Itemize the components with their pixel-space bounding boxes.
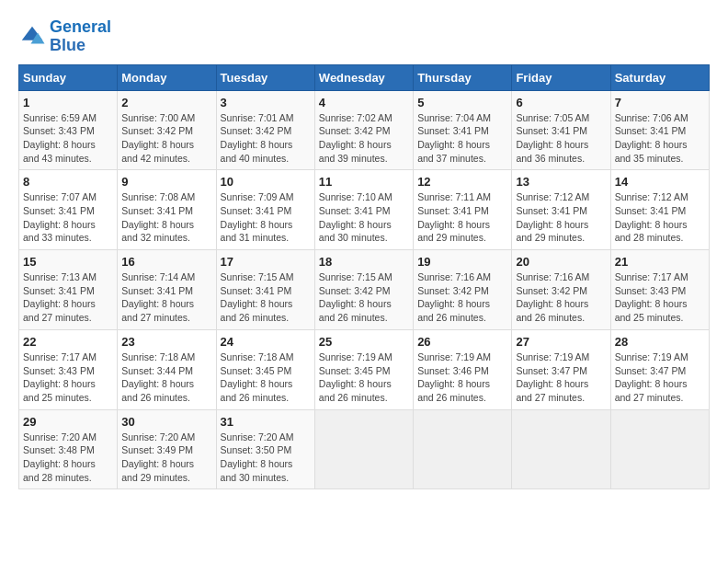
calendar-table: SundayMondayTuesdayWednesdayThursdayFrid… [18, 64, 710, 490]
calendar-week-row: 22 Sunrise: 7:17 AM Sunset: 3:43 PM Dayl… [19, 329, 710, 409]
calendar-day-cell: 16 Sunrise: 7:14 AM Sunset: 3:41 PM Dayl… [118, 250, 216, 330]
day-info: Sunrise: 7:02 AM Sunset: 3:42 PM Dayligh… [319, 111, 409, 166]
calendar-day-cell: 30 Sunrise: 7:20 AM Sunset: 3:49 PM Dayl… [118, 409, 216, 489]
calendar-week-row: 8 Sunrise: 7:07 AM Sunset: 3:41 PM Dayli… [19, 170, 710, 250]
day-number: 31 [221, 415, 311, 429]
calendar-day-cell: 1 Sunrise: 6:59 AM Sunset: 3:43 PM Dayli… [19, 90, 118, 170]
day-number: 18 [319, 255, 409, 269]
calendar-day-cell: 27 Sunrise: 7:19 AM Sunset: 3:47 PM Dayl… [512, 329, 610, 409]
calendar-day-cell: 17 Sunrise: 7:15 AM Sunset: 3:41 PM Dayl… [216, 250, 314, 330]
day-info: Sunrise: 7:19 AM Sunset: 3:46 PM Dayligh… [417, 350, 507, 405]
calendar-day-cell: 24 Sunrise: 7:18 AM Sunset: 3:45 PM Dayl… [216, 329, 314, 409]
calendar-day-cell: 22 Sunrise: 7:17 AM Sunset: 3:43 PM Dayl… [19, 329, 118, 409]
calendar-day-cell: 20 Sunrise: 7:16 AM Sunset: 3:42 PM Dayl… [512, 250, 610, 330]
calendar-day-cell [414, 409, 512, 489]
calendar-day-cell: 25 Sunrise: 7:19 AM Sunset: 3:45 PM Dayl… [314, 329, 413, 409]
calendar-day-cell: 12 Sunrise: 7:11 AM Sunset: 3:41 PM Dayl… [414, 170, 512, 250]
day-of-week-header: Tuesday [216, 64, 314, 90]
day-number: 4 [319, 96, 409, 109]
day-number: 3 [221, 96, 311, 109]
day-of-week-header: Thursday [414, 64, 512, 90]
day-number: 21 [615, 255, 705, 269]
day-info: Sunrise: 7:06 AM Sunset: 3:41 PM Dayligh… [615, 111, 705, 166]
day-number: 27 [516, 335, 606, 349]
calendar-week-row: 29 Sunrise: 7:20 AM Sunset: 3:48 PM Dayl… [19, 409, 710, 489]
day-number: 7 [615, 96, 705, 109]
calendar-day-cell [314, 409, 413, 489]
day-number: 11 [319, 175, 409, 189]
day-info: Sunrise: 7:18 AM Sunset: 3:44 PM Dayligh… [121, 350, 211, 405]
day-info: Sunrise: 7:19 AM Sunset: 3:47 PM Dayligh… [516, 350, 606, 405]
day-info: Sunrise: 7:15 AM Sunset: 3:41 PM Dayligh… [221, 270, 311, 325]
day-info: Sunrise: 7:17 AM Sunset: 3:43 PM Dayligh… [615, 270, 705, 325]
day-info: Sunrise: 7:20 AM Sunset: 3:48 PM Dayligh… [23, 431, 113, 485]
day-number: 15 [23, 255, 113, 269]
day-info: Sunrise: 6:59 AM Sunset: 3:43 PM Dayligh… [23, 111, 113, 166]
calendar-day-cell: 15 Sunrise: 7:13 AM Sunset: 3:41 PM Dayl… [19, 250, 118, 330]
day-number: 9 [121, 175, 211, 189]
day-number: 5 [417, 96, 507, 109]
day-info: Sunrise: 7:17 AM Sunset: 3:43 PM Dayligh… [23, 350, 113, 405]
day-number: 25 [319, 335, 409, 349]
calendar-day-cell: 31 Sunrise: 7:20 AM Sunset: 3:50 PM Dayl… [216, 409, 314, 489]
day-info: Sunrise: 7:19 AM Sunset: 3:45 PM Dayligh… [319, 350, 409, 405]
logo: General Blue [18, 18, 111, 55]
day-number: 2 [121, 96, 211, 109]
day-info: Sunrise: 7:05 AM Sunset: 3:41 PM Dayligh… [516, 111, 606, 166]
day-info: Sunrise: 7:20 AM Sunset: 3:50 PM Dayligh… [221, 431, 311, 485]
day-number: 30 [121, 415, 211, 429]
calendar-day-cell: 11 Sunrise: 7:10 AM Sunset: 3:41 PM Dayl… [314, 170, 413, 250]
day-info: Sunrise: 7:01 AM Sunset: 3:42 PM Dayligh… [221, 111, 311, 166]
calendar-day-cell: 28 Sunrise: 7:19 AM Sunset: 3:47 PM Dayl… [610, 329, 709, 409]
day-number: 23 [121, 335, 211, 349]
calendar-day-cell: 18 Sunrise: 7:15 AM Sunset: 3:42 PM Dayl… [314, 250, 413, 330]
day-number: 19 [417, 255, 507, 269]
calendar-day-cell: 21 Sunrise: 7:17 AM Sunset: 3:43 PM Dayl… [610, 250, 709, 330]
day-info: Sunrise: 7:11 AM Sunset: 3:41 PM Dayligh… [417, 190, 507, 245]
calendar-week-row: 15 Sunrise: 7:13 AM Sunset: 3:41 PM Dayl… [19, 250, 710, 330]
calendar-day-cell: 19 Sunrise: 7:16 AM Sunset: 3:42 PM Dayl… [414, 250, 512, 330]
calendar-day-cell: 23 Sunrise: 7:18 AM Sunset: 3:44 PM Dayl… [118, 329, 216, 409]
logo-icon [18, 23, 46, 51]
calendar-day-cell: 9 Sunrise: 7:08 AM Sunset: 3:41 PM Dayli… [118, 170, 216, 250]
day-number: 14 [615, 175, 705, 189]
day-info: Sunrise: 7:08 AM Sunset: 3:41 PM Dayligh… [121, 190, 211, 245]
day-info: Sunrise: 7:07 AM Sunset: 3:41 PM Dayligh… [23, 190, 113, 245]
day-number: 8 [23, 175, 113, 189]
calendar-day-cell: 8 Sunrise: 7:07 AM Sunset: 3:41 PM Dayli… [19, 170, 118, 250]
day-info: Sunrise: 7:16 AM Sunset: 3:42 PM Dayligh… [516, 270, 606, 325]
day-number: 10 [221, 175, 311, 189]
day-number: 1 [23, 96, 113, 109]
day-of-week-header: Sunday [19, 64, 118, 90]
calendar-day-cell [512, 409, 610, 489]
calendar-day-cell: 10 Sunrise: 7:09 AM Sunset: 3:41 PM Dayl… [216, 170, 314, 250]
day-info: Sunrise: 7:12 AM Sunset: 3:41 PM Dayligh… [615, 190, 705, 245]
day-number: 24 [221, 335, 311, 349]
day-info: Sunrise: 7:00 AM Sunset: 3:42 PM Dayligh… [121, 111, 211, 166]
day-number: 26 [417, 335, 507, 349]
day-info: Sunrise: 7:19 AM Sunset: 3:47 PM Dayligh… [615, 350, 705, 405]
calendar-day-cell: 4 Sunrise: 7:02 AM Sunset: 3:42 PM Dayli… [314, 90, 413, 170]
day-of-week-header: Monday [118, 64, 216, 90]
calendar-day-cell: 29 Sunrise: 7:20 AM Sunset: 3:48 PM Dayl… [19, 409, 118, 489]
day-of-week-header: Saturday [610, 64, 709, 90]
day-of-week-header: Friday [512, 64, 610, 90]
day-info: Sunrise: 7:12 AM Sunset: 3:41 PM Dayligh… [516, 190, 606, 245]
day-info: Sunrise: 7:16 AM Sunset: 3:42 PM Dayligh… [417, 270, 507, 325]
logo-text: General Blue [50, 18, 111, 55]
day-number: 17 [221, 255, 311, 269]
day-number: 22 [23, 335, 113, 349]
day-info: Sunrise: 7:10 AM Sunset: 3:41 PM Dayligh… [319, 190, 409, 245]
day-info: Sunrise: 7:15 AM Sunset: 3:42 PM Dayligh… [319, 270, 409, 325]
day-info: Sunrise: 7:04 AM Sunset: 3:41 PM Dayligh… [417, 111, 507, 166]
day-number: 6 [516, 96, 606, 109]
day-number: 20 [516, 255, 606, 269]
calendar-day-cell: 2 Sunrise: 7:00 AM Sunset: 3:42 PM Dayli… [118, 90, 216, 170]
day-number: 13 [516, 175, 606, 189]
calendar-day-cell: 14 Sunrise: 7:12 AM Sunset: 3:41 PM Dayl… [610, 170, 709, 250]
day-info: Sunrise: 7:13 AM Sunset: 3:41 PM Dayligh… [23, 270, 113, 325]
day-info: Sunrise: 7:18 AM Sunset: 3:45 PM Dayligh… [221, 350, 311, 405]
calendar-day-cell: 5 Sunrise: 7:04 AM Sunset: 3:41 PM Dayli… [414, 90, 512, 170]
calendar-day-cell: 13 Sunrise: 7:12 AM Sunset: 3:41 PM Dayl… [512, 170, 610, 250]
calendar-day-cell: 6 Sunrise: 7:05 AM Sunset: 3:41 PM Dayli… [512, 90, 610, 170]
